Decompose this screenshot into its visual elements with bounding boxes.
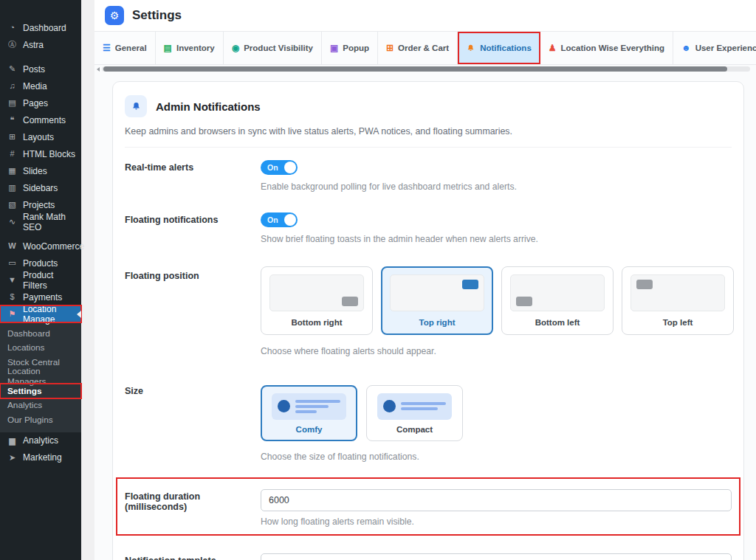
sidebar-item-html-blocks[interactable]: # HTML Blocks (0, 145, 81, 162)
submenu-item-dashboard[interactable]: Dashboard (0, 326, 81, 341)
position-option-top-left[interactable]: Top left (622, 266, 734, 335)
tab-notifications[interactable]: Notifications (458, 32, 540, 64)
sidebar-item-label: Pages (23, 98, 48, 108)
scroll-left-arrow-icon[interactable] (97, 67, 100, 72)
realtime-alerts-toggle[interactable]: On (261, 160, 298, 175)
submenu-item-our-plugins[interactable]: Our Plugins (0, 412, 81, 427)
toast-avatar-dot (383, 400, 396, 412)
sidebar-item-dashboard[interactable]: ◔ Dashboard (0, 19, 81, 36)
sidebar-item-marketing[interactable]: ➤ Marketing (0, 449, 81, 466)
payments-icon: $ (7, 293, 18, 301)
tab-order-cart[interactable]: ⊞ Order & Cart (378, 32, 458, 64)
sidebar-separator (0, 53, 81, 61)
users-icon: ☻ (681, 44, 691, 52)
sidebar-item-label: WooCommerce (23, 241, 84, 252)
sidebar-item-media[interactable]: ♫ Media (0, 77, 81, 94)
sidebar-item-pages[interactable]: ▤ Pages (0, 94, 81, 111)
panel-subtitle: Keep admins and browsers in sync with li… (125, 126, 732, 136)
floating-duration-row: Floating duration (milliseconds) How lon… (125, 480, 732, 527)
sidebar-item-label: Projects (23, 200, 55, 210)
field-help: Choose where floating alerts should appe… (261, 346, 734, 356)
field-help: Enable background polling for live dashb… (261, 182, 732, 192)
toast-text-lines (295, 400, 340, 413)
html-blocks-icon: # (7, 150, 18, 158)
location-people-icon: ♟ (549, 44, 557, 52)
position-preview (269, 274, 364, 311)
annotation-box-floating-duration: Floating duration (milliseconds) How lon… (116, 477, 740, 536)
field-help: How long floating alerts remain visible. (261, 516, 732, 527)
sidebar-item-location-manage[interactable]: ⚑ Location Manage (0, 305, 81, 322)
projects-icon: ▧ (7, 201, 18, 209)
sidebars-icon: ▥ (7, 184, 18, 192)
sidebar-item-slides[interactable]: ▦ Slides (0, 162, 81, 179)
toggle-state-label: On (267, 215, 278, 224)
notification-template-input[interactable]: [{event}] {message} (261, 553, 732, 560)
sidebar-item-label: Dashboard (23, 23, 66, 33)
pushpin-icon: ✎ (7, 65, 18, 73)
sidebar-item-label: Comments (23, 115, 66, 125)
submenu-item-location-managers[interactable]: Location Managers (0, 370, 81, 384)
page-title: Settings (132, 8, 182, 23)
position-option-top-right[interactable]: Top right (381, 266, 493, 335)
sidebar-item-analytics[interactable]: ▆ Analytics (0, 432, 81, 449)
pages-icon: ▤ (7, 99, 18, 107)
slides-icon: ▦ (7, 167, 18, 175)
layouts-icon: ⊞ (7, 133, 18, 141)
settings-page: ⚙ Settings ☰ General ▤ Inventory ◉ Produ… (94, 0, 756, 560)
size-option-compact[interactable]: Compact (366, 385, 463, 441)
tab-popup[interactable]: ▣ Popup (322, 32, 378, 64)
position-options: Bottom right Top right Bottom left Top l… (261, 266, 734, 335)
sidebar-item-posts[interactable]: ✎ Posts (0, 61, 81, 77)
position-option-bottom-left[interactable]: Bottom left (501, 266, 614, 335)
inventory-chart-icon: ▤ (164, 44, 172, 52)
sidebar-item-astra[interactable]: Ⓐ Astra (0, 36, 81, 53)
bell-icon (466, 44, 475, 53)
gauge-icon: ◔ (7, 24, 18, 32)
toast-avatar-dot (278, 400, 290, 412)
sidebar-item-label: Location Manage (23, 304, 77, 325)
field-help: Show brief floating toasts in the admin … (261, 234, 732, 244)
sidebar-item-label: Slides (23, 166, 47, 176)
location-manage-submenu: Dashboard Locations Stock Central Locati… (0, 322, 81, 432)
field-help: Choose the size of floating notification… (261, 452, 732, 462)
tab-label: Order & Cart (398, 44, 449, 52)
tab-label: Notifications (480, 44, 532, 52)
floating-notifications-row: Floating notifications On Show brief flo… (125, 200, 732, 252)
tab-location-wise-everything[interactable]: ♟ Location Wise Everything (540, 32, 673, 64)
submenu-item-locations[interactable]: Locations (0, 341, 81, 356)
tab-inventory[interactable]: ▤ Inventory (156, 32, 224, 64)
toggle-knob (284, 214, 296, 226)
sidebar-item-label: Marketing (23, 452, 62, 463)
page-header: ⚙ Settings (94, 0, 756, 31)
toast-preview (272, 393, 346, 420)
sidebar-item-layouts[interactable]: ⊞ Layouts (0, 128, 81, 145)
sidebar-item-sidebars[interactable]: ▥ Sidebars (0, 179, 81, 196)
sidebar-item-woocommerce[interactable]: W WooCommerce (0, 238, 81, 255)
sidebar-item-comments[interactable]: ❝ Comments (0, 111, 81, 128)
position-preview (510, 274, 605, 311)
sidebar-item-rank-math-seo[interactable]: ∿ Rank Math SEO (0, 213, 81, 230)
position-option-label: Top left (663, 318, 693, 327)
sidebar-item-label: Analytics (23, 435, 58, 446)
field-label: Real-time alerts (125, 160, 261, 192)
tab-user-experience[interactable]: ☻ User Experience (673, 32, 756, 64)
position-option-label: Bottom left (535, 318, 580, 327)
tab-label: Popup (343, 44, 369, 52)
tab-product-visibility[interactable]: ◉ Product Visibility (224, 32, 322, 64)
scrollbar-thumb[interactable] (103, 66, 727, 72)
sidebar-item-product-filters[interactable]: ▼ Product Filters (0, 272, 81, 288)
field-label: Floating notifications (125, 212, 261, 244)
size-option-comfy[interactable]: Comfy (261, 385, 357, 441)
floating-duration-input[interactable] (261, 489, 732, 511)
current-menu-arrow-icon (77, 311, 81, 318)
tab-general[interactable]: ☰ General (94, 32, 156, 64)
truck-icon: ⊞ (386, 44, 394, 52)
sidebar-item-label: Product Filters (23, 270, 77, 291)
products-icon: ▭ (7, 259, 18, 267)
woocommerce-icon: W (7, 242, 18, 250)
position-option-label: Bottom right (292, 318, 343, 327)
position-option-bottom-right[interactable]: Bottom right (261, 266, 373, 335)
floating-notifications-toggle[interactable]: On (261, 212, 298, 227)
submenu-item-analytics[interactable]: Analytics (0, 398, 81, 413)
sliders-icon: ☰ (103, 44, 111, 52)
